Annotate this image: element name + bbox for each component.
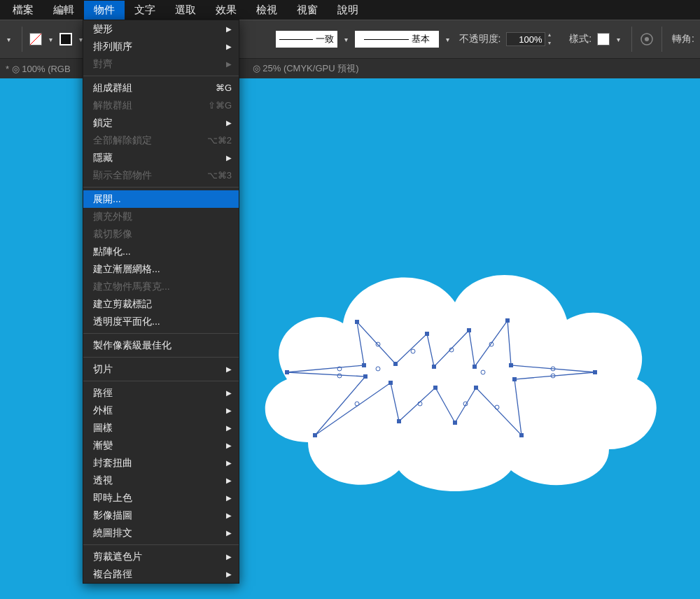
chevron-down-icon[interactable]: ▾ (7, 36, 10, 43)
submenu-arrow-icon: ▶ (226, 553, 232, 561)
menu-item-label: 剪裁遮色片 (93, 551, 226, 563)
svg-point-33 (355, 402, 359, 406)
menubar-item[interactable]: 選取 (165, 1, 206, 20)
menu-item[interactable]: 製作像素級最佳化 (83, 337, 239, 354)
submenu-arrow-icon: ▶ (226, 407, 232, 414)
menu-item: 顯示全部物件⌥⌘3 (83, 167, 239, 184)
menu-item-label: 封套扭曲 (93, 457, 226, 470)
menubar: 檔案編輯物件文字選取效果檢視視窗說明 (0, 0, 700, 20)
svg-point-30 (495, 405, 499, 409)
menu-item-label: 點陣化... (93, 246, 232, 258)
menu-item[interactable]: 組成群組⌘G (83, 79, 239, 97)
shortcut-label: ⇧⌘G (208, 100, 232, 111)
divider (631, 27, 632, 52)
menu-item[interactable]: 變形▶ (83, 20, 239, 38)
menubar-item[interactable]: 檔案 (3, 1, 43, 20)
submenu-arrow-icon: ▶ (226, 477, 232, 484)
stroke-profile-select[interactable]: 一致 (276, 31, 337, 48)
recolor-icon[interactable] (639, 31, 654, 47)
menu-item[interactable]: 繞圖排文▶ (83, 524, 239, 542)
menu-item[interactable]: 剪裁遮色片▶ (83, 548, 239, 565)
menubar-item[interactable]: 說明 (328, 1, 368, 20)
menu-item: 全部解除鎖定⌥⌘2 (83, 132, 239, 149)
menu-item[interactable]: 漸變▶ (83, 437, 239, 454)
menu-item-label: 透視 (93, 474, 226, 487)
brush-select[interactable]: 基本 (355, 31, 439, 48)
menu-item[interactable]: 複合路徑▶ (83, 565, 239, 583)
menu-item-label: 隱藏 (93, 152, 226, 164)
opacity-stepper[interactable]: ▴▾ (548, 32, 555, 46)
submenu-arrow-icon: ▶ (226, 25, 232, 33)
svg-rect-22 (363, 374, 368, 379)
menu-item-label: 展開... (93, 193, 232, 206)
menubar-item[interactable]: 檢視 (246, 1, 287, 20)
shortcut-label: ⌘G (216, 83, 232, 93)
menubar-item[interactable]: 編輯 (43, 1, 84, 20)
svg-rect-14 (512, 377, 517, 381)
svg-rect-5 (355, 320, 359, 324)
menu-item[interactable]: 封套扭曲▶ (83, 454, 239, 472)
menu-item-label: 切片 (93, 363, 226, 376)
chevron-down-icon[interactable]: ▾ (617, 36, 620, 43)
rotate-label: 轉角: (669, 33, 697, 45)
divider (662, 27, 662, 52)
menu-item: 對齊▶ (83, 55, 239, 73)
svg-rect-9 (467, 328, 471, 332)
menu-item-label: 擴充外觀 (93, 211, 232, 223)
menu-item-label: 組成群組 (93, 82, 216, 94)
chevron-down-icon[interactable]: ▾ (446, 36, 449, 43)
menu-item[interactable]: 影像描圖▶ (83, 507, 239, 524)
chevron-down-icon[interactable]: ▾ (49, 36, 52, 43)
menu-item[interactable]: 即時上色▶ (83, 489, 239, 507)
chevron-down-icon[interactable]: ▾ (344, 36, 348, 43)
fill-swatch[interactable] (29, 33, 42, 45)
stroke-swatch[interactable] (59, 33, 72, 45)
svg-rect-10 (472, 365, 477, 369)
selected-star-path[interactable] (273, 309, 609, 463)
submenu-arrow-icon: ▶ (226, 60, 232, 68)
opacity-input[interactable] (506, 32, 545, 46)
menu-item[interactable]: 排列順序▶ (83, 38, 239, 55)
svg-rect-11 (505, 318, 510, 323)
menu-item[interactable]: 鎖定▶ (83, 114, 239, 132)
menu-item[interactable]: 外框▶ (83, 402, 239, 419)
menubar-item[interactable]: 文字 (125, 1, 165, 20)
submenu-arrow-icon: ▶ (226, 389, 232, 397)
menu-item[interactable]: 建立漸層網格... (83, 260, 239, 278)
menu-item[interactable]: 透明度平面化... (83, 313, 239, 330)
menu-item-label: 路徑 (93, 387, 226, 400)
menu-separator (83, 357, 239, 358)
menu-item-label: 外框 (93, 404, 226, 417)
menu-item[interactable]: 路徑▶ (83, 384, 239, 402)
menu-item-label: 全部解除鎖定 (93, 134, 207, 147)
menu-item[interactable]: 展開... (83, 190, 239, 208)
menu-item[interactable]: 透視▶ (83, 472, 239, 489)
menu-item[interactable]: 圖樣▶ (83, 419, 239, 437)
menu-item: 裁切影像 (83, 225, 239, 243)
menu-item[interactable]: 建立剪裁標記 (83, 295, 239, 313)
menu-item-label: 建立剪裁標記 (93, 298, 232, 311)
svg-rect-4 (362, 363, 366, 367)
object-menu-dropdown: 變形▶排列順序▶對齊▶組成群組⌘G解散群組⇧⌘G鎖定▶全部解除鎖定⌥⌘2隱藏▶顯… (83, 20, 239, 584)
menu-item-label: 變形 (93, 23, 226, 36)
submenu-arrow-icon: ▶ (226, 512, 232, 519)
menu-item-label: 裁切影像 (93, 228, 232, 241)
style-swatch[interactable] (597, 33, 610, 45)
svg-rect-16 (474, 386, 478, 390)
menubar-item[interactable]: 視窗 (287, 1, 328, 20)
doc-tab-1[interactable]: * ◎ 100% (RGB (6, 64, 71, 74)
menu-item: 建立物件馬賽克... (83, 278, 239, 295)
svg-rect-17 (453, 421, 457, 425)
menubar-item[interactable]: 物件 (84, 1, 125, 20)
opacity-label: 不透明度: (456, 33, 504, 45)
menu-item[interactable]: 切片▶ (83, 360, 239, 378)
menubar-item[interactable]: 效果 (206, 1, 246, 20)
menu-item[interactable]: 點陣化... (83, 243, 239, 260)
menu-item-label: 影像描圖 (93, 509, 226, 522)
doc-tab-2[interactable]: ◎ 25% (CMYK/GPU 預視) (253, 62, 359, 75)
svg-rect-3 (285, 370, 289, 374)
menu-item-label: 排列順序 (93, 41, 226, 53)
menu-item[interactable]: 隱藏▶ (83, 149, 239, 167)
svg-rect-12 (509, 363, 513, 367)
svg-rect-18 (433, 386, 438, 390)
